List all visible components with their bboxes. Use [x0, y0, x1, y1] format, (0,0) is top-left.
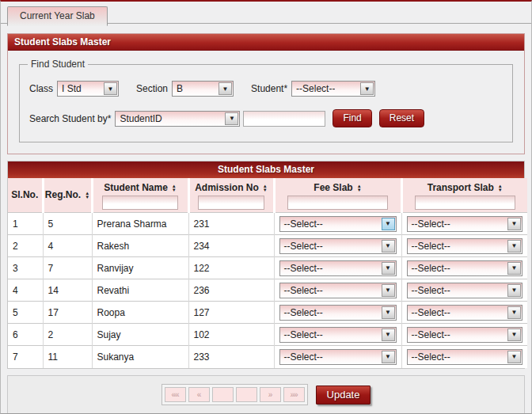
table-row: 2 4 Rakesh 234 --Select--▼ --Select--▼ — [8, 235, 527, 257]
cell-slno: 2 — [8, 235, 43, 257]
chevron-down-icon[interactable]: ▼ — [360, 82, 374, 95]
cell-fee-slab: --Select--▼ — [274, 279, 401, 302]
find-row-1: Class I Std ▼ Section B ▼ Student* --Sel… — [29, 81, 503, 97]
chevron-down-icon[interactable]: ▼ — [382, 218, 395, 230]
class-select[interactable]: I Std ▼ — [57, 81, 119, 97]
pagination-prev-button[interactable]: « — [188, 387, 210, 402]
chevron-down-icon[interactable]: ▼ — [507, 306, 521, 319]
chevron-down-icon[interactable]: ▼ — [507, 240, 521, 253]
cell-student-name: Rakesh — [92, 235, 188, 257]
column-header-transport-slab[interactable]: Transport Slab▲▼ — [401, 178, 527, 213]
section-select[interactable]: B ▼ — [172, 81, 234, 97]
student-select[interactable]: --Select-- ▼ — [291, 81, 375, 97]
sort-icon[interactable]: ▲▼ — [172, 184, 177, 192]
cell-fee-slab: --Select--▼ — [274, 346, 401, 368]
column-header-regno[interactable]: Reg.No.▲▼ — [43, 178, 92, 213]
table-row: 7 11 Sukanya 233 --Select--▼ --Select--▼ — [8, 346, 527, 368]
cell-fee-slab: --Select--▼ — [274, 257, 401, 279]
tab-strip: Current Year Slab — [1, 2, 531, 24]
pagination-first-button[interactable]: «« — [165, 387, 186, 402]
fee-slab-select[interactable]: --Select--▼ — [279, 349, 397, 365]
student-select-value: --Select-- — [292, 82, 335, 96]
column-header-slno: Sl.No. — [8, 178, 43, 213]
admission-no-filter-input[interactable] — [198, 196, 264, 210]
update-button[interactable]: Update — [316, 386, 371, 405]
fee-slab-select[interactable]: --Select--▼ — [279, 238, 397, 254]
fee-slab-select-value: --Select-- — [280, 328, 323, 342]
find-row-2: Search Student by* StudentID ▼ Find Rese… — [29, 109, 503, 127]
transport-slab-select[interactable]: --Select--▼ — [407, 305, 523, 321]
cell-slno: 3 — [8, 257, 43, 279]
fee-slab-select[interactable]: --Select--▼ — [279, 216, 397, 232]
sort-icon[interactable]: ▲▼ — [85, 192, 89, 199]
table-row: 1 5 Prerana Sharma 231 --Select--▼ --Sel… — [8, 213, 527, 235]
fee-slab-select[interactable]: --Select--▼ — [279, 260, 397, 276]
chevron-down-icon[interactable]: ▼ — [382, 240, 395, 253]
table-row: 4 14 Revathi 236 --Select--▼ --Select--▼ — [8, 279, 527, 302]
fee-slab-select[interactable]: --Select--▼ — [279, 283, 397, 298]
reset-button[interactable]: Reset — [379, 109, 424, 127]
column-header-student-name[interactable]: Student Name▲▼ — [92, 178, 188, 213]
chevron-down-icon[interactable]: ▼ — [507, 262, 521, 275]
student-name-filter-input[interactable] — [102, 196, 178, 210]
pagination-last-button[interactable]: »» — [283, 387, 305, 402]
sort-icon[interactable]: ▲▼ — [498, 184, 503, 192]
sort-icon[interactable]: ▲▼ — [357, 184, 362, 192]
fee-slab-select-value: --Select-- — [280, 350, 323, 364]
chevron-down-icon[interactable]: ▼ — [382, 351, 395, 363]
fee-slab-select[interactable]: --Select--▼ — [279, 327, 397, 343]
transport-slab-filter-input[interactable] — [415, 196, 516, 210]
cell-transport-slab: --Select--▼ — [401, 324, 527, 346]
cell-admission-no: 231 — [188, 213, 274, 235]
chevron-down-icon[interactable]: ▼ — [382, 329, 395, 341]
section-select-value: B — [173, 82, 183, 96]
cell-student-name: Sukanya — [92, 346, 188, 368]
cell-slno: 6 — [8, 324, 43, 346]
transport-slab-select[interactable]: --Select--▼ — [407, 238, 523, 254]
pagination-page-box-1[interactable] — [212, 387, 234, 402]
chevron-down-icon[interactable]: ▼ — [507, 351, 521, 363]
tab-current-year-slab[interactable]: Current Year Slab — [7, 6, 108, 26]
column-header-admission-no-label: Admission No — [195, 182, 259, 193]
transport-slab-select-value: --Select-- — [408, 306, 450, 320]
student-slabs-table-section: Student Slabs Master Sl.No. Reg.No.▲▼ St… — [7, 161, 525, 369]
class-label: Class — [29, 83, 53, 94]
chevron-down-icon[interactable]: ▼ — [104, 82, 117, 95]
cell-admission-no: 234 — [188, 235, 274, 257]
cell-regno: 11 — [43, 346, 92, 368]
cell-regno: 5 — [43, 213, 92, 235]
pagination-next-button[interactable]: » — [260, 387, 281, 402]
search-input[interactable] — [243, 111, 325, 127]
search-by-select[interactable]: StudentID ▼ — [115, 111, 240, 127]
transport-slab-select[interactable]: --Select--▼ — [407, 283, 523, 298]
chevron-down-icon[interactable]: ▼ — [382, 262, 395, 275]
column-header-transport-slab-label: Transport Slab — [428, 182, 494, 193]
transport-slab-select[interactable]: --Select--▼ — [407, 327, 523, 343]
fee-slab-filter-input[interactable] — [287, 196, 389, 210]
column-header-admission-no[interactable]: Admission No▲▼ — [188, 178, 274, 213]
find-student-legend: Find Student — [28, 59, 88, 70]
transport-slab-select-value: --Select-- — [408, 283, 450, 298]
table-title: Student Slabs Master — [8, 161, 524, 178]
transport-slab-select[interactable]: --Select--▼ — [407, 216, 523, 232]
transport-slab-select[interactable]: --Select--▼ — [407, 260, 523, 276]
cell-student-name: Roopa — [92, 302, 188, 324]
column-header-fee-slab[interactable]: Fee Slab▲▼ — [274, 178, 401, 213]
sort-icon[interactable]: ▲▼ — [263, 184, 268, 192]
find-button[interactable]: Find — [332, 109, 371, 127]
section-label: Section — [136, 83, 168, 94]
fee-slab-select[interactable]: --Select--▼ — [279, 305, 397, 321]
class-select-value: I Std — [58, 82, 82, 96]
column-header-regno-label: Reg.No. — [45, 189, 81, 200]
cell-transport-slab: --Select--▼ — [401, 279, 527, 302]
transport-slab-select[interactable]: --Select--▼ — [407, 349, 523, 365]
chevron-down-icon[interactable]: ▼ — [382, 284, 395, 297]
fee-slab-select-value: --Select-- — [280, 261, 323, 275]
pagination-page-box-2[interactable] — [236, 387, 257, 402]
chevron-down-icon[interactable]: ▼ — [507, 218, 521, 230]
chevron-down-icon[interactable]: ▼ — [507, 284, 521, 297]
chevron-down-icon[interactable]: ▼ — [225, 112, 238, 125]
chevron-down-icon[interactable]: ▼ — [218, 82, 232, 95]
chevron-down-icon[interactable]: ▼ — [382, 306, 395, 319]
chevron-down-icon[interactable]: ▼ — [507, 329, 521, 341]
